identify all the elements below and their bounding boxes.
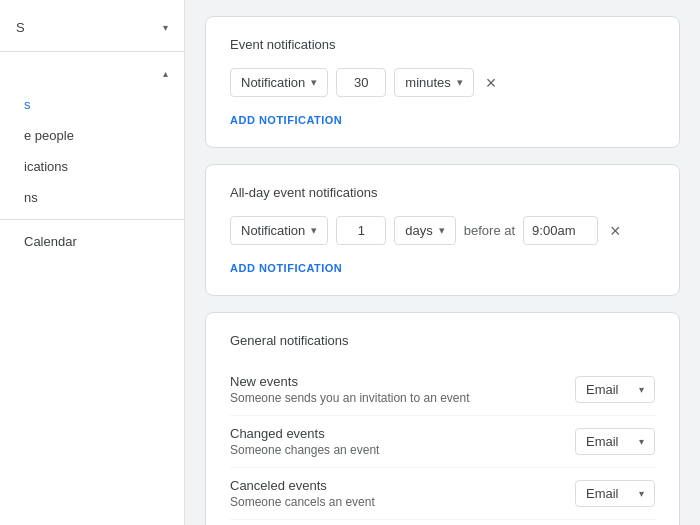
chevron-down-icon: ▾	[311, 224, 317, 237]
chevron-down-icon: ▾	[639, 436, 644, 447]
divider-1	[0, 51, 184, 52]
general-notifications-rows: New events Someone sends you an invitati…	[230, 364, 655, 525]
allday-notification-time-input[interactable]	[523, 216, 598, 245]
allday-notification-row: Notification ▾ days ▾ before at ×	[230, 216, 655, 245]
chevron-down-icon: ▾	[639, 488, 644, 499]
general-row-value-changed-events: Email	[586, 434, 619, 449]
general-row-info-changed-events: Changed events Someone changes an event	[230, 426, 379, 457]
sidebar-sub-item-calendar[interactable]: Calendar	[0, 226, 184, 257]
chevron-down-icon: ▾	[457, 76, 463, 89]
sub-label-s: s	[24, 97, 31, 112]
general-notifications-card: General notifications New events Someone…	[205, 312, 680, 525]
chevron-down-icon: ▾	[311, 76, 317, 89]
sub-label-people: e people	[24, 128, 74, 143]
event-notifications-card: Event notifications Notification ▾ minut…	[205, 16, 680, 148]
main-content: Event notifications Notification ▾ minut…	[185, 0, 700, 525]
general-row-label-new-events: New events	[230, 374, 470, 389]
event-add-notification-button[interactable]: ADD NOTIFICATION	[230, 114, 342, 126]
allday-add-notification-button[interactable]: ADD NOTIFICATION	[230, 262, 342, 274]
general-row-select-changed-events[interactable]: Email ▾	[575, 428, 655, 455]
general-row-changed-events: Changed events Someone changes an event …	[230, 416, 655, 468]
general-row-select-new-events[interactable]: Email ▾	[575, 376, 655, 403]
general-row-desc-changed-events: Someone changes an event	[230, 443, 379, 457]
general-row-value-canceled-events: Email	[586, 486, 619, 501]
chevron-down-icon: ▾	[639, 384, 644, 395]
general-row-canceled-events: Canceled events Someone cancels an event…	[230, 468, 655, 520]
general-row-value-new-events: Email	[586, 382, 619, 397]
event-notification-unit-select[interactable]: minutes ▾	[394, 68, 474, 97]
sidebar-item-2[interactable]: ▴	[0, 58, 184, 89]
allday-notifications-title: All-day event notifications	[230, 185, 655, 200]
sidebar-sub-item-people[interactable]: e people	[0, 120, 184, 151]
general-row-desc-canceled-events: Someone cancels an event	[230, 495, 375, 509]
general-row-label-canceled-events: Canceled events	[230, 478, 375, 493]
allday-notification-type-select[interactable]: Notification ▾	[230, 216, 328, 245]
general-row-select-canceled-events[interactable]: Email ▾	[575, 480, 655, 507]
event-notifications-title: Event notifications	[230, 37, 655, 52]
event-notification-value-input[interactable]	[336, 68, 386, 97]
general-row-new-events: New events Someone sends you an invitati…	[230, 364, 655, 416]
allday-notification-value-input[interactable]	[336, 216, 386, 245]
event-notification-unit-label: minutes	[405, 75, 451, 90]
event-notification-row: Notification ▾ minutes ▾ ×	[230, 68, 655, 97]
before-at-label: before at	[464, 223, 515, 238]
general-notifications-title: General notifications	[230, 333, 655, 348]
general-row-event-responses: Event responses Guests respond to an eve…	[230, 520, 655, 525]
sub-label-ications: ications	[24, 159, 68, 174]
sidebar-label-1: S	[16, 20, 25, 35]
divider-2	[0, 219, 184, 220]
chevron-down-icon: ▾	[439, 224, 445, 237]
event-notification-type-select[interactable]: Notification ▾	[230, 68, 328, 97]
event-notification-type-label: Notification	[241, 75, 305, 90]
general-row-info-canceled-events: Canceled events Someone cancels an event	[230, 478, 375, 509]
general-row-info-new-events: New events Someone sends you an invitati…	[230, 374, 470, 405]
general-row-label-changed-events: Changed events	[230, 426, 379, 441]
allday-notification-remove-button[interactable]: ×	[606, 220, 625, 242]
allday-notifications-card: All-day event notifications Notification…	[205, 164, 680, 296]
general-row-desc-new-events: Someone sends you an invitation to an ev…	[230, 391, 470, 405]
sidebar: S ▾ ▴ s e people ications ns Calendar	[0, 0, 185, 525]
chevron-up-icon: ▴	[163, 68, 168, 79]
allday-notification-unit-select[interactable]: days ▾	[394, 216, 455, 245]
sub-label-ns: ns	[24, 190, 38, 205]
sidebar-sub-item-ns[interactable]: ns	[0, 182, 184, 213]
sub-label-calendar: Calendar	[24, 234, 77, 249]
allday-notification-type-label: Notification	[241, 223, 305, 238]
sidebar-sub-item-ications[interactable]: ications	[0, 151, 184, 182]
sidebar-sub-item-s[interactable]: s	[0, 89, 184, 120]
sidebar-item-1[interactable]: S ▾	[0, 10, 184, 45]
allday-notification-unit-label: days	[405, 223, 432, 238]
chevron-down-icon: ▾	[163, 22, 168, 33]
event-notification-remove-button[interactable]: ×	[482, 72, 501, 94]
